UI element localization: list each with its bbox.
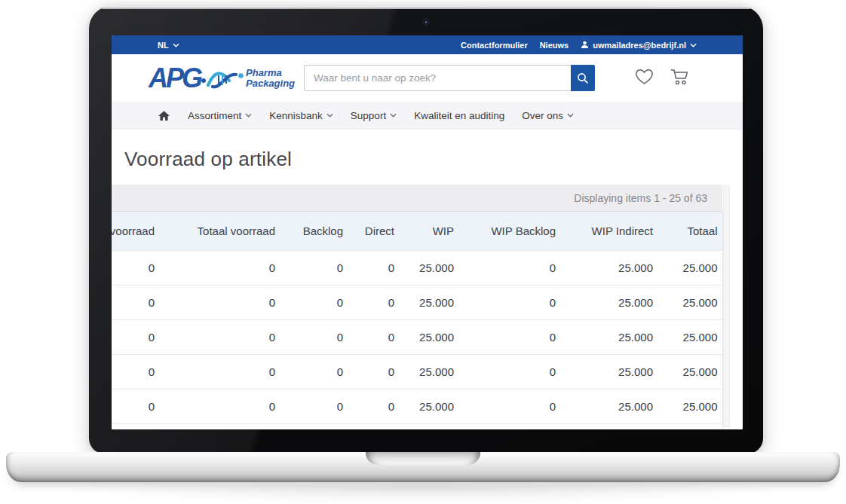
page-content: Voorraad op artikel Displaying items 1 -…: [112, 148, 743, 429]
nav-item-over-ons[interactable]: Over ons: [522, 110, 574, 121]
table-cell: 0: [112, 423, 155, 429]
table-cell: 0: [343, 354, 394, 389]
site-header: APG Pharma Packaging: [112, 54, 743, 102]
nav-item-assortiment[interactable]: Assortiment: [188, 110, 252, 121]
account-email: uwmailadres@bedrijf.nl: [593, 41, 686, 50]
column-header-wip-indirect[interactable]: WIP Indirect: [556, 212, 653, 250]
table-cell: 25.000: [556, 319, 653, 354]
logo-brand-line1: Pharma: [246, 68, 295, 78]
nav-item-support[interactable]: Support: [351, 110, 397, 121]
chevron-down-icon: [245, 113, 252, 118]
cart-icon: [670, 67, 691, 87]
table-cell: 0: [454, 423, 556, 429]
table-cell: 25.000: [556, 285, 653, 319]
table-cell: 0: [343, 423, 394, 429]
table-cell: 0: [454, 285, 556, 319]
laptop-screen: NL Contactformulier Nieuws uwmailadres@b…: [112, 35, 743, 429]
table-row[interactable]: 000025.000025.00025.000: [112, 354, 722, 389]
page-title: Voorraad op artikel: [124, 148, 743, 171]
nav-item-label: Over ons: [522, 110, 563, 121]
table-cell: 25.000: [394, 389, 454, 423]
table-cell: 25.000: [653, 250, 722, 285]
wishlist-button[interactable]: [634, 67, 654, 89]
main-nav: Assortiment Kennisbank Support Kwaliteit…: [112, 102, 743, 130]
nav-item-label: Kennisbank: [269, 110, 323, 121]
table-cell: 0: [155, 250, 275, 285]
table-cell: 0: [155, 319, 275, 354]
laptop-base-notch: [366, 452, 480, 465]
column-header-wip-backlog[interactable]: WIP Backlog: [454, 212, 556, 250]
table-row[interactable]: 000025.000025.00025.000: [112, 285, 722, 319]
table-cell: 25.000: [653, 285, 722, 319]
table-cell: 25.000: [556, 250, 653, 285]
search-button[interactable]: [571, 65, 595, 91]
column-header-backlog[interactable]: Backlog: [275, 212, 343, 250]
table-row[interactable]: 000025.000025.00025.000: [112, 423, 722, 429]
table-row[interactable]: 000025.000025.00025.000: [112, 250, 722, 285]
nav-item-label: Support: [351, 110, 386, 121]
laptop-reflection: [45, 485, 801, 504]
nav-item-label: Kwaliteit en auditing: [414, 110, 504, 121]
table-cell: 25.000: [394, 250, 454, 285]
table-cell: 0: [343, 389, 394, 423]
table-cell: 25.000: [394, 285, 454, 319]
table-scrollbar[interactable]: [723, 185, 730, 427]
nav-item-label: Assortiment: [188, 110, 241, 121]
nav-item-kwaliteit-en-auditing[interactable]: Kwaliteit en auditing: [414, 110, 504, 121]
contact-form-link[interactable]: Contactformulier: [461, 41, 528, 50]
cart-button[interactable]: [670, 67, 691, 90]
table-cell: 25.000: [653, 319, 722, 354]
column-header-totaal[interactable]: Totaal: [653, 212, 722, 250]
webcam-icon: [423, 19, 430, 26]
table-body: 000025.000025.00025.000000025.000025.000…: [112, 250, 722, 429]
column-header-wip[interactable]: WIP: [394, 212, 454, 250]
language-selector[interactable]: NL: [158, 41, 179, 50]
chevron-down-icon: [567, 113, 574, 118]
column-header-voorraad[interactable]: voorraad: [112, 212, 155, 250]
laptop-lid: NL Contactformulier Nieuws uwmailadres@b…: [89, 6, 763, 454]
table-cell: 25.000: [394, 354, 454, 389]
nav-item-kennisbank[interactable]: Kennisbank: [269, 110, 333, 121]
table-header-row: voorraad Totaal voorraad Backlog Direct …: [112, 212, 722, 250]
top-utility-bar: NL Contactformulier Nieuws uwmailadres@b…: [112, 35, 743, 54]
account-menu[interactable]: uwmailadres@bedrijf.nl: [581, 41, 697, 50]
column-header-totaal-voorraad[interactable]: Totaal voorraad: [155, 212, 275, 250]
home-icon: [158, 110, 170, 121]
table-cell: 0: [275, 389, 343, 423]
column-header-direct[interactable]: Direct: [343, 212, 394, 250]
dna-logo-icon: [201, 65, 244, 92]
table-cell: 0: [343, 285, 394, 319]
table-cell: 0: [275, 250, 343, 285]
table-cell: 0: [112, 354, 155, 389]
table-cell: 25.000: [394, 319, 454, 354]
table-cell: 25.000: [556, 389, 653, 423]
table-cell: 25.000: [556, 354, 653, 389]
site-logo[interactable]: APG Pharma Packaging: [149, 65, 295, 92]
chevron-down-icon: [690, 43, 697, 47]
table-cell: 0: [112, 285, 155, 319]
table-cell: 25.000: [556, 423, 653, 429]
table-cell: 0: [112, 319, 155, 354]
person-icon: [581, 41, 589, 49]
table-row[interactable]: 000025.000025.00025.000: [112, 389, 722, 423]
nav-home-button[interactable]: [158, 110, 170, 121]
table-cell: 0: [343, 319, 394, 354]
table-cell: 0: [275, 285, 343, 319]
search-input[interactable]: [304, 65, 571, 91]
table-cell: 0: [454, 250, 556, 285]
table-cell: 25.000: [653, 423, 722, 429]
table-cell: 25.000: [653, 389, 722, 423]
chevron-down-icon: [173, 43, 179, 47]
search-bar: [304, 65, 595, 91]
table-cell: 0: [454, 389, 556, 423]
table-cell: 0: [275, 354, 343, 389]
chevron-down-icon: [326, 113, 333, 118]
table-cell: 0: [155, 389, 275, 423]
language-label: NL: [158, 41, 169, 50]
logo-brand-line2: Packaging: [246, 78, 295, 89]
news-link[interactable]: Nieuws: [540, 41, 569, 50]
pagination-status: Displaying items 1 - 25 of 63: [112, 185, 722, 212]
table-row[interactable]: 000025.000025.00025.000: [112, 319, 722, 354]
table-cell: 0: [454, 354, 556, 389]
table-cell: 0: [275, 423, 343, 429]
